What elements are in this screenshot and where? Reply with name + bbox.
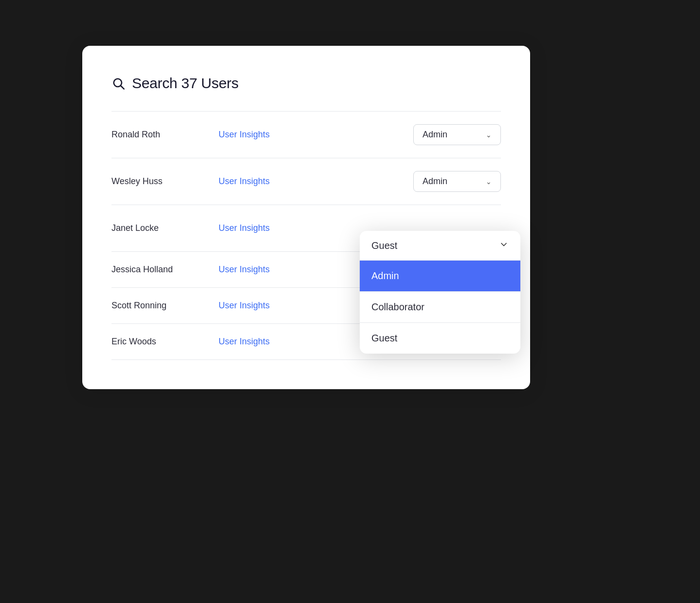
role-select-ronald-roth[interactable]: Admin ⌄ bbox=[413, 124, 501, 145]
user-row: Wesley Huss User Insights Admin ⌄ bbox=[111, 158, 501, 205]
search-icon bbox=[111, 76, 125, 90]
user-name-ronald-roth: Ronald Roth bbox=[111, 130, 219, 140]
user-row: Ronald Roth User Insights Admin ⌄ bbox=[111, 111, 501, 158]
chevron-down-icon bbox=[499, 240, 509, 251]
user-name-eric-woods: Eric Woods bbox=[111, 337, 219, 347]
scene: Search 37 Users Ronald Roth User Insight… bbox=[82, 46, 618, 557]
role-dropdown: Guest Admin Collaborator Guest bbox=[360, 231, 520, 354]
search-header: Search 37 Users bbox=[111, 75, 501, 92]
role-label-ronald-roth: Admin bbox=[423, 130, 447, 140]
user-insights-link-ronald-roth[interactable]: User Insights bbox=[219, 130, 413, 140]
role-select-wesley-huss[interactable]: Admin ⌄ bbox=[413, 171, 501, 192]
user-name-jessica-holland: Jessica Holland bbox=[111, 264, 219, 275]
dropdown-option-collaborator[interactable]: Collaborator bbox=[360, 292, 520, 323]
dropdown-current-label: Guest bbox=[371, 240, 397, 251]
search-title: Search 37 Users bbox=[132, 75, 239, 92]
user-name-wesley-huss: Wesley Huss bbox=[111, 176, 219, 187]
svg-line-1 bbox=[121, 86, 124, 89]
dropdown-header[interactable]: Guest bbox=[360, 231, 520, 261]
dropdown-option-guest[interactable]: Guest bbox=[360, 323, 520, 354]
role-label-wesley-huss: Admin bbox=[423, 176, 447, 187]
chevron-icon-ronald-roth: ⌄ bbox=[486, 131, 492, 139]
chevron-icon-wesley-huss: ⌄ bbox=[486, 178, 492, 186]
user-insights-link-wesley-huss[interactable]: User Insights bbox=[219, 176, 413, 187]
user-name-janet-locke: Janet Locke bbox=[111, 223, 219, 233]
dropdown-option-admin[interactable]: Admin bbox=[360, 261, 520, 292]
user-name-scott-ronning: Scott Ronning bbox=[111, 301, 219, 311]
